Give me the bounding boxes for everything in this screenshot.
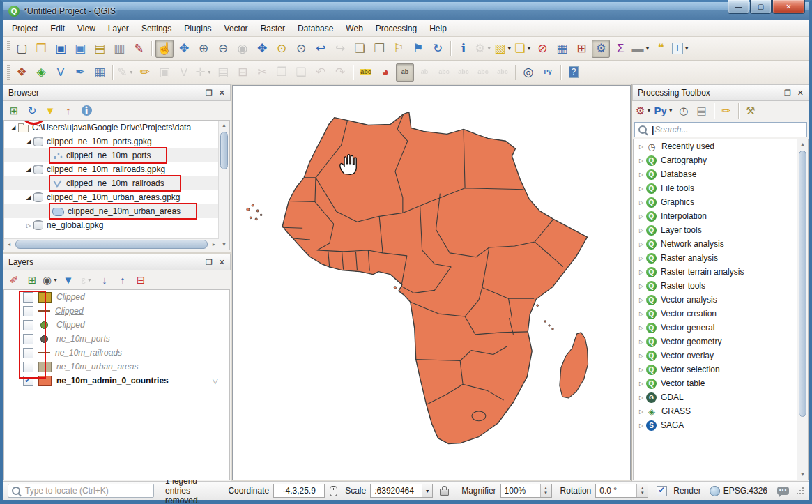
python-console-button[interactable]: Py <box>539 63 557 82</box>
edit-features-in-place-button[interactable]: ✏ <box>718 102 735 119</box>
add-selected-layers-button[interactable]: ⊞ <box>6 102 22 119</box>
rotation-spinner[interactable]: ▲▼ <box>636 484 648 497</box>
manage-map-themes-button-dropdown[interactable]: ▼ <box>53 277 58 282</box>
toolbox-category-recently-used[interactable]: ▷Recently used <box>634 139 808 153</box>
expander-icon[interactable]: ▷ <box>636 408 646 415</box>
deselect-features-button[interactable]: ⊘ <box>533 40 551 58</box>
open-project-button[interactable]: ❒ <box>32 40 50 58</box>
show-layout-manager-button[interactable]: ▥ <box>110 40 128 58</box>
title-bar[interactable]: Q *Untitled Project - QGIS —▢✕ <box>3 2 809 20</box>
menu-settings[interactable]: Settings <box>135 22 178 36</box>
expander-icon[interactable]: ▷ <box>636 367 646 373</box>
text-annotation-button-dropdown[interactable]: ▼ <box>684 46 689 51</box>
expander-icon[interactable]: ▷ <box>636 171 646 178</box>
messages-button[interactable]: ••• <box>777 487 789 495</box>
extent-tracking-icon[interactable] <box>330 486 337 496</box>
zoom-last-button[interactable]: ↩ <box>312 40 330 58</box>
processing-panel-header[interactable]: Processing Toolbox ❐ ✕ <box>632 84 809 101</box>
filter-legend-expression-button-dropdown[interactable]: ▼ <box>87 277 92 282</box>
expander-icon[interactable]: ◢ <box>8 124 18 131</box>
pin-labels-button[interactable]: ab <box>396 63 414 82</box>
save-project-button[interactable]: ▣ <box>52 40 70 58</box>
zoom-to-selection-button[interactable]: ⊙ <box>273 40 291 58</box>
processing-toolbox-button[interactable]: ⚙ <box>592 40 610 58</box>
expander-icon[interactable]: ▷ <box>636 241 646 247</box>
expander-icon[interactable]: ▷ <box>636 213 646 220</box>
browser-item-clipped-ne-10m-railroads[interactable]: clipped_ne_10m_railroads <box>4 176 229 190</box>
add-group-button[interactable]: ⊞ <box>24 272 40 289</box>
layer-row-ne-10m-ports[interactable]: ne_10m_ports <box>4 332 229 346</box>
processing-float-button[interactable]: ❐ <box>784 89 791 98</box>
field-calculator-button[interactable]: ⊞ <box>572 40 590 58</box>
browser-item-clipped-ne-10m-railroads-gpkg[interactable]: ◢clipped_ne_10m_railroads.gpkg <box>4 162 229 176</box>
save-project-as-button[interactable]: ▣ <box>71 40 89 58</box>
layer-checkbox-clipped[interactable] <box>23 306 33 316</box>
layer-checkbox-ne-10m-urban-areas[interactable] <box>23 362 33 372</box>
select-features-button[interactable]: ▧▼ <box>493 40 512 58</box>
toolbox-category-raster-terrain-analysis[interactable]: ▷Raster terrain analysis <box>634 265 808 279</box>
zoom-full-button[interactable]: ✥ <box>253 40 271 58</box>
layers-close-button[interactable]: ✕ <box>219 258 225 267</box>
expander-icon[interactable]: ▷ <box>636 311 646 317</box>
menu-view[interactable]: View <box>71 22 102 36</box>
menu-web[interactable]: Web <box>339 22 369 36</box>
layer-row-ne-10m-admin-0-countries[interactable]: ne_10m_admin_0_countries▽ <box>4 374 229 388</box>
filter-legend-button[interactable]: ▼ <box>60 272 77 289</box>
layer-row-clipped[interactable]: Clipped <box>4 318 229 332</box>
models-button-dropdown[interactable]: ▼ <box>646 108 651 113</box>
locate-input[interactable]: Type to locate (Ctrl+K) <box>8 484 154 498</box>
scale-combobox[interactable]: :63920464 ▼ <box>370 484 433 498</box>
toolbox-category-vector-selection[interactable]: ▷Vector selection <box>634 362 808 376</box>
scripts-button-dropdown[interactable]: ▼ <box>668 108 673 113</box>
collapse-all-button[interactable]: ↑ <box>60 102 77 119</box>
run-feature-action-button-dropdown[interactable]: ▼ <box>487 46 491 51</box>
processing-close-button[interactable]: ✕ <box>797 89 804 98</box>
refresh-map-button[interactable]: ↻ <box>429 40 447 58</box>
manage-map-themes-button[interactable]: ◉▼ <box>42 272 59 289</box>
new-spatialite-layer-button[interactable]: ✒ <box>71 63 89 82</box>
pan-to-selection-button[interactable]: ✥ <box>175 40 193 58</box>
processing-search-input[interactable]: | Search... <box>634 122 807 137</box>
layer-filter-indicator-icon[interactable]: ▽ <box>213 376 218 385</box>
text-annotation-button[interactable]: T▼ <box>671 40 689 58</box>
collapse-all-layers-button[interactable]: ↑ <box>114 272 131 289</box>
layer-diagram-button[interactable]: ◕ <box>376 63 394 82</box>
statistical-summary-button[interactable]: Σ <box>611 40 629 58</box>
expander-icon[interactable]: ▷ <box>636 395 646 401</box>
expander-icon[interactable]: ▷ <box>636 381 646 387</box>
metasearch-button[interactable]: ◎ <box>519 63 537 82</box>
browser-vertical-scrollbar[interactable]: ▲ ▼ <box>218 121 229 250</box>
toolbox-category-gdal[interactable]: ▷GDAL <box>634 390 808 404</box>
new-print-layout-button[interactable]: ▤ <box>91 40 109 58</box>
expand-all-layers-button[interactable]: ↓ <box>96 272 113 289</box>
open-attribute-table-button[interactable]: ▦ <box>553 40 571 58</box>
browser-horizontal-scrollbar[interactable]: ◄ ► <box>4 238 219 250</box>
layer-checkbox-clipped[interactable] <box>23 292 33 303</box>
browser-item-clipped-ne-10m-urban-areas[interactable]: clipped_ne_10m_urban_areas <box>4 204 229 218</box>
new-3d-map-view-button[interactable]: ❐ <box>370 40 388 58</box>
new-shapefile-layer-button[interactable]: V <box>52 63 70 82</box>
menu-edit[interactable]: Edit <box>44 22 71 36</box>
processing-options-button[interactable]: ⚒ <box>742 102 759 119</box>
open-layer-styling-button[interactable]: ✐ <box>6 272 22 289</box>
layer-checkbox-ne-10m-railroads[interactable] <box>23 348 33 358</box>
show-spatial-bookmarks-button[interactable]: ⚑ <box>409 40 427 58</box>
measure-button[interactable]: ▬▼ <box>631 40 650 58</box>
coordinate-input[interactable]: -4.3,25.9 <box>273 484 325 498</box>
new-geopackage-layer-button[interactable]: ◈ <box>32 63 50 82</box>
toolbox-category-grass[interactable]: ▷GRASS <box>634 404 808 418</box>
toolbox-category-interpolation[interactable]: ▷Interpolation <box>634 209 808 223</box>
browser-item-ne-global-gpkg[interactable]: ▷ne_global.gpkg <box>4 218 229 232</box>
new-virtual-layer-button[interactable]: ▦ <box>91 63 109 82</box>
toolbox-category-vector-overlay[interactable]: ▷Vector overlay <box>634 349 808 362</box>
toolbox-category-network-analysis[interactable]: ▷Network analysis <box>634 237 808 251</box>
current-edits-button-dropdown[interactable]: ▼ <box>129 70 134 75</box>
expander-icon[interactable]: ▷ <box>636 158 646 164</box>
menu-project[interactable]: Project <box>6 22 44 36</box>
style-manager-button[interactable]: ✎ <box>130 40 148 58</box>
toolbox-category-raster-tools[interactable]: ▷Raster tools <box>634 279 808 293</box>
new-spatial-bookmark-button[interactable]: ⚐ <box>390 40 408 58</box>
expander-icon[interactable]: ▷ <box>636 325 646 331</box>
magnifier-spinbox[interactable]: 100% ▲▼ <box>500 484 552 498</box>
expander-icon[interactable]: ▷ <box>636 255 646 261</box>
